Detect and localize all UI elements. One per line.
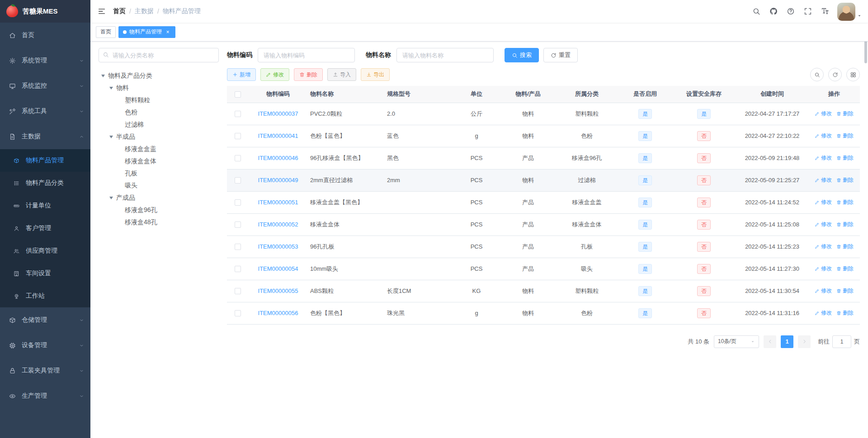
page-size-select[interactable]: 10条/页 [714, 335, 759, 348]
row-delete-link[interactable]: 删除 [836, 110, 854, 118]
material-code-link[interactable]: ITEM00000056 [258, 310, 298, 316]
user-menu[interactable] [837, 0, 862, 23]
tab-active[interactable]: 物料产品管理× [118, 26, 175, 38]
name-filter-input[interactable] [396, 48, 494, 62]
tree-node[interactable]: 物料 [99, 82, 219, 94]
app-logo[interactable]: 苦糖果MES [0, 0, 90, 23]
hamburger-icon[interactable] [90, 0, 113, 23]
goto-page-input[interactable] [832, 335, 851, 348]
sidebar-subitem[interactable]: 计量单位 [0, 194, 90, 217]
table-row[interactable]: ITEM00000055ABS颗粒长度1CMKG物料塑料颗粒是否2022-05-… [227, 280, 860, 302]
sidebar-item[interactable]: 主数据 [0, 124, 90, 149]
breadcrumb-item[interactable]: 首页 [113, 7, 126, 15]
tree-node[interactable]: 过滤棉 [99, 118, 219, 131]
row-edit-link[interactable]: 修改 [815, 132, 832, 140]
row-delete-link[interactable]: 删除 [836, 221, 854, 228]
material-code-link[interactable]: ITEM00000051 [258, 199, 298, 206]
table-row[interactable]: ITEM00000052移液盒盒体PCS产品移液盒盒体是否2022-05-14 … [227, 213, 860, 235]
export-button[interactable]: 导出 [361, 68, 390, 81]
help-icon[interactable] [782, 0, 799, 23]
sidebar-item[interactable]: 首页 [0, 23, 90, 48]
table-row[interactable]: ITEM00000037PVC2.0颗粒2.0公斤物料塑料颗粒是是2022-04… [227, 103, 860, 125]
search-button[interactable]: 搜索 [505, 48, 539, 62]
row-edit-link[interactable]: 修改 [815, 243, 832, 250]
row-delete-link[interactable]: 删除 [836, 309, 854, 317]
row-delete-link[interactable]: 删除 [836, 287, 854, 295]
table-row[interactable]: ITEM0000004696孔移液盒【黑色】黑色PCS产品移液盒96孔是否202… [227, 147, 860, 169]
sidebar-subitem[interactable]: 客户管理 [0, 217, 90, 240]
reset-button[interactable]: 重置 [543, 48, 578, 62]
tree-node[interactable]: 移液盒48孔 [99, 216, 219, 228]
material-code-link[interactable]: ITEM00000037 [258, 110, 298, 117]
sidebar-item[interactable]: 生产管理 [0, 383, 90, 409]
row-checkbox[interactable] [235, 177, 241, 184]
tree-node[interactable]: 产成品 [99, 192, 219, 204]
tree-node[interactable]: 孔板 [99, 167, 219, 179]
breadcrumb-item[interactable]: 主数据 [135, 7, 154, 15]
sidebar-item[interactable]: 设备管理 [0, 333, 90, 358]
tree-search-input[interactable] [99, 48, 219, 62]
column-toggle-button[interactable] [846, 68, 860, 81]
row-edit-link[interactable]: 修改 [815, 176, 832, 184]
material-code-link[interactable]: ITEM00000055 [258, 287, 298, 294]
sidebar-subitem[interactable]: 工作站 [0, 285, 90, 307]
sidebar-item[interactable]: 工装夹具管理 [0, 358, 90, 383]
material-code-link[interactable]: ITEM00000049 [258, 177, 298, 184]
table-row[interactable]: ITEM0000005410mm吸头PCS产品吸头是否2022-05-14 11… [227, 258, 860, 280]
row-edit-link[interactable]: 修改 [815, 287, 832, 295]
edit-button[interactable]: 修改 [260, 68, 289, 81]
close-icon[interactable]: × [165, 29, 171, 35]
tree-node[interactable]: 物料及产品分类 [99, 70, 219, 82]
row-delete-link[interactable]: 删除 [836, 243, 854, 250]
sidebar-subitem[interactable]: 物料产品管理 [0, 149, 90, 172]
select-all-checkbox[interactable] [235, 91, 241, 98]
delete-button[interactable]: 删除 [294, 68, 323, 81]
material-code-link[interactable]: ITEM00000046 [258, 155, 298, 161]
sidebar-subitem[interactable]: 供应商管理 [0, 240, 90, 262]
row-checkbox[interactable] [235, 155, 241, 161]
sidebar-item[interactable]: 仓储管理 [0, 307, 90, 333]
row-checkbox[interactable] [235, 133, 241, 139]
import-button[interactable]: 导入 [327, 68, 356, 81]
row-checkbox[interactable] [235, 244, 241, 250]
row-delete-link[interactable]: 删除 [836, 176, 854, 184]
row-checkbox[interactable] [235, 288, 241, 294]
sidebar-item[interactable]: 系统工具 [0, 99, 90, 124]
row-edit-link[interactable]: 修改 [815, 198, 832, 206]
table-row[interactable]: ITEM00000056色粉【黑色】珠光黑g物料色粉是否2022-05-14 1… [227, 302, 860, 324]
toggle-search-button[interactable] [810, 68, 824, 81]
row-checkbox[interactable] [235, 111, 241, 117]
table-row[interactable]: ITEM00000051移液盒盒盖【黑色】PCS产品移液盒盒盖是否2022-05… [227, 191, 860, 213]
row-checkbox[interactable] [235, 310, 241, 316]
sidebar-item[interactable]: 系统监控 [0, 73, 90, 99]
page-number[interactable]: 1 [781, 335, 793, 348]
row-edit-link[interactable]: 修改 [815, 265, 832, 273]
fullscreen-icon[interactable] [799, 0, 816, 23]
github-icon[interactable] [765, 0, 782, 23]
tree-node[interactable]: 塑料颗粒 [99, 94, 219, 106]
caret-down-icon[interactable] [109, 136, 113, 138]
material-code-link[interactable]: ITEM00000041 [258, 132, 298, 139]
row-checkbox[interactable] [235, 221, 241, 228]
sidebar-item[interactable]: 系统管理 [0, 48, 90, 73]
tree-node[interactable]: 移液盒96孔 [99, 204, 219, 216]
refresh-button[interactable] [828, 68, 842, 81]
next-page-button[interactable] [798, 335, 811, 348]
row-edit-link[interactable]: 修改 [815, 309, 832, 317]
material-code-link[interactable]: ITEM00000052 [258, 221, 298, 228]
avatar[interactable] [837, 3, 855, 21]
row-delete-link[interactable]: 删除 [836, 265, 854, 273]
breadcrumb-item[interactable]: 物料产品管理 [163, 7, 201, 15]
caret-down-icon[interactable] [109, 87, 113, 89]
sidebar-subitem[interactable]: 物料产品分类 [0, 172, 90, 194]
row-delete-link[interactable]: 删除 [836, 198, 854, 206]
tree-node[interactable]: 移液盒盒盖 [99, 143, 219, 155]
row-checkbox[interactable] [235, 199, 241, 206]
search-icon[interactable] [748, 0, 765, 23]
caret-down-icon[interactable] [101, 75, 105, 77]
row-delete-link[interactable]: 删除 [836, 154, 854, 162]
table-row[interactable]: ITEM00000041色粉【蓝色】蓝色g物料色粉是否2022-04-27 22… [227, 125, 860, 147]
table-row[interactable]: ITEM000000492mm直径过滤棉2mmPCS物料过滤棉是否2022-05… [227, 169, 860, 191]
code-filter-input[interactable] [258, 48, 355, 62]
row-edit-link[interactable]: 修改 [815, 154, 832, 162]
